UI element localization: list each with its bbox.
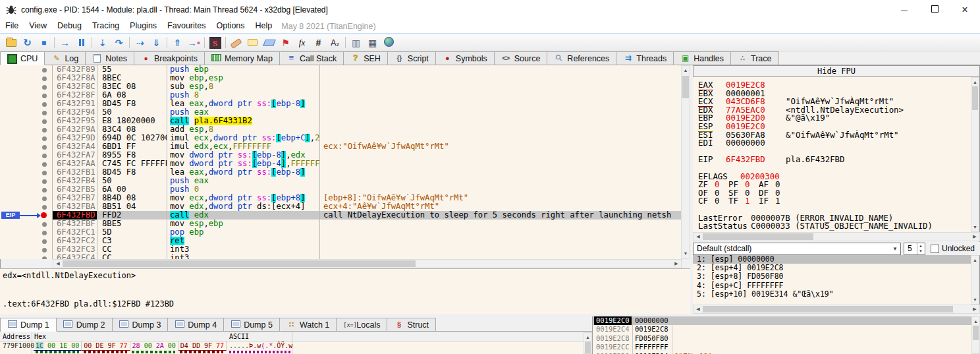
registers-vscrollbar[interactable]: ▲ ▼	[971, 77, 979, 232]
argument-row[interactable]: 4: [esp+C] FFFFFFFF	[693, 281, 971, 290]
disasm-row[interactable]: 6F432F8C83EC 08sub esp,8	[0, 82, 690, 91]
highlight-button[interactable]	[327, 35, 343, 50]
laststatus-row[interactable]: LastStatusC0000033 (STATUS_OBJECT_NAME_I…	[693, 222, 971, 231]
scrollbar-thumb[interactable]	[682, 76, 689, 98]
bullet-icon[interactable]	[42, 136, 47, 141]
scroll-up-icon[interactable]: ▲	[971, 78, 979, 86]
disasm-row[interactable]: 6F432FC4CCint3	[0, 254, 690, 259]
comment-button[interactable]	[244, 35, 261, 50]
scrollbar-thumb[interactable]	[972, 86, 978, 110]
stack-row[interactable]: 0019E2D00019E314&"Œã\x19"	[593, 352, 971, 354]
tab-call-stack[interactable]: Call Stack	[279, 51, 344, 65]
bullet-icon[interactable]	[42, 76, 47, 81]
disasm-hscrollbar[interactable]: ◀ ▶	[53, 259, 682, 268]
internet-button[interactable]	[381, 35, 397, 50]
tab-dump-5[interactable]: Dump 5	[223, 318, 280, 331]
dump-vscrollbar[interactable]: ▲	[584, 332, 592, 354]
stop-button[interactable]	[36, 35, 52, 50]
tab-references[interactable]: References	[547, 51, 616, 65]
execute-till-return-button[interactable]	[169, 35, 186, 50]
menu-item-favourites[interactable]: Favourites	[162, 19, 211, 33]
tab-seh[interactable]: SEH	[343, 51, 388, 65]
menu-item-plugins[interactable]: Plugins	[124, 19, 162, 33]
menu-item-options[interactable]: Options	[211, 19, 250, 33]
registers-view[interactable]: EAX0019E2C8EBX00000001ECX043CD6F8"OifwAê…	[693, 77, 971, 232]
bullet-icon[interactable]	[42, 119, 47, 124]
disasm-row[interactable]: 6F432FBDFFD2call edxcall NtDelayExecutio…	[0, 211, 690, 220]
stack-row[interactable]: 0019E2C40019E2C8	[593, 325, 971, 334]
stack-row[interactable]: 0019E2CCFFFFFFFF	[593, 343, 971, 351]
bullet-icon[interactable]	[42, 111, 47, 115]
tab-handles[interactable]: Handles	[673, 51, 731, 65]
disasm-row[interactable]: 6F432FB56A 00push 0	[0, 185, 690, 194]
close-button[interactable]	[950, 0, 980, 19]
assembler-button[interactable]	[348, 35, 364, 50]
step-out-button[interactable]	[148, 35, 165, 50]
disasm-vscrollbar[interactable]: ▲ ▼	[681, 65, 690, 259]
scroll-right-icon[interactable]: ▶	[971, 305, 979, 313]
bullet-icon[interactable]	[42, 85, 47, 90]
bullet-icon[interactable]	[42, 154, 47, 158]
function-button[interactable]	[294, 35, 310, 50]
bullet-icon[interactable]	[42, 171, 47, 175]
flags-row[interactable]: CF0TF1IF1	[693, 197, 971, 206]
tab-log[interactable]: Log	[44, 51, 86, 65]
bullet-icon[interactable]	[42, 162, 47, 167]
disasm-row[interactable]: 6F432FB78B4D 08mov ecx,dword ptr ss:[ebp…	[0, 194, 690, 202]
bullet-icon[interactable]	[42, 248, 47, 252]
disasm-row[interactable]: 6F432F8F6A 08push 8	[0, 91, 690, 100]
scroll-right-icon[interactable]: ▶	[971, 233, 979, 241]
disasm-row[interactable]: 6F432FB18D45 F8lea eax,dword ptr ss:[ebp…	[0, 168, 690, 177]
bookmark-button[interactable]	[277, 35, 294, 50]
bullet-icon[interactable]	[42, 222, 47, 227]
restart-button[interactable]	[19, 35, 36, 50]
disasm-row[interactable]: 6F432F9D694D 0C 10270000imul ecx,dword p…	[0, 134, 690, 142]
scroll-down-icon[interactable]: ▼	[682, 250, 690, 258]
menu-item-debug[interactable]: Debug	[52, 19, 87, 33]
calling-convention-select[interactable]: Default (stdcall) ▼	[693, 243, 901, 255]
stack-vscrollbar[interactable]: ▲	[971, 316, 980, 354]
tab-cpu[interactable]: CPU	[0, 51, 45, 65]
bullet-icon[interactable]	[42, 145, 47, 150]
scroll-left-icon[interactable]: ◀	[54, 260, 62, 268]
tab-dump-4[interactable]: Dump 4	[167, 318, 224, 331]
tab-dump-2[interactable]: Dump 2	[56, 318, 113, 331]
disasm-row[interactable]: 6F432F918D45 F8lea eax,dword ptr ss:[ebp…	[0, 100, 690, 108]
scroll-up-icon[interactable]: ▲	[971, 256, 979, 264]
scrollbar-thumb[interactable]	[703, 306, 953, 312]
argument-row[interactable]: 5: [esp+10] 0019E314 &"Œã\x19"	[693, 290, 971, 299]
scrollbar-thumb[interactable]	[585, 341, 591, 353]
bullet-icon[interactable]	[42, 68, 47, 73]
stack-view[interactable]: 0019E2C0000000000019E2C40019E2C80019E2C8…	[593, 316, 971, 354]
animate-into-button[interactable]	[132, 35, 148, 50]
call-arguments-view[interactable]: 1: [esp] 000000002: [esp+4] 0019E2C83: […	[693, 255, 971, 305]
tab-script[interactable]: Script	[387, 51, 436, 65]
scylla-button[interactable]	[207, 35, 223, 50]
register-edi[interactable]: EDI00000000	[693, 139, 971, 148]
scrollbar-thumb[interactable]	[973, 326, 979, 340]
stepper-arrows-icon[interactable]: ▲▼	[917, 243, 924, 254]
tab-symbols[interactable]: Symbols	[435, 51, 495, 65]
scroll-up-icon[interactable]: ▲	[584, 334, 591, 341]
scroll-up-icon[interactable]: ▲	[972, 318, 979, 325]
bullet-icon[interactable]	[42, 231, 47, 235]
scrollbar-thumb[interactable]	[63, 260, 416, 267]
minimize-button[interactable]	[889, 0, 919, 19]
maximize-button[interactable]	[919, 0, 950, 19]
disasm-row[interactable]: 6F432FB450push eax	[0, 177, 690, 185]
patch-button[interactable]	[228, 35, 244, 50]
run-button[interactable]	[57, 35, 73, 50]
tab-breakpoints[interactable]: Breakpoints	[134, 51, 205, 65]
disasm-row[interactable]: 6F432FC15Dpop ebp	[0, 228, 690, 237]
disasm-row[interactable]: 6F432F9450push eax	[0, 108, 690, 117]
bullet-icon[interactable]	[42, 188, 47, 192]
hide-fpu-button[interactable]: Hide FPU	[693, 65, 980, 77]
breakpoint-dot-icon[interactable]	[41, 212, 47, 218]
menu-item-file[interactable]: File	[0, 19, 24, 33]
disasm-row[interactable]: 6F432FAAC745 FC FFFFFFFFmov dword ptr ss…	[0, 160, 690, 168]
dump-view[interactable]: AddressHexASCII 779F10001C 00 1E 0000 DE…	[0, 332, 584, 354]
hash-button[interactable]	[310, 35, 327, 50]
step-into-button[interactable]	[94, 35, 111, 50]
bullet-icon[interactable]	[42, 179, 47, 184]
step-over-button[interactable]	[111, 35, 127, 50]
